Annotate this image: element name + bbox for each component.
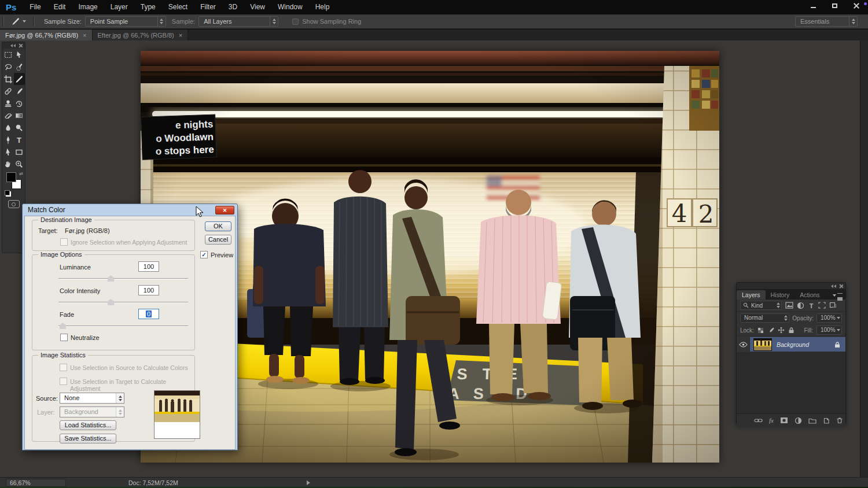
- add-layer-mask-icon[interactable]: [780, 417, 788, 424]
- slider-thumb[interactable]: [60, 323, 66, 329]
- tab-actions[interactable]: Actions: [795, 290, 825, 300]
- eyedropper-preset-button[interactable]: [8, 17, 31, 26]
- eraser-tool[interactable]: [3, 109, 14, 121]
- layer-name[interactable]: Background: [777, 341, 809, 348]
- dialog-title[interactable]: Match Color: [23, 204, 237, 216]
- menu-type[interactable]: Type: [134, 0, 162, 14]
- fade-input[interactable]: 0: [138, 309, 159, 319]
- use-selection-target-checkbox[interactable]: [60, 378, 67, 385]
- collapse-panel-icon[interactable]: [10, 44, 16, 47]
- foreground-color-swatch[interactable]: [6, 172, 16, 182]
- lock-transparency-icon[interactable]: [757, 327, 764, 334]
- close-panel-icon[interactable]: [19, 43, 23, 47]
- tab-layers[interactable]: Layers: [737, 290, 766, 300]
- menu-layer[interactable]: Layer: [104, 0, 134, 14]
- menu-file[interactable]: File: [23, 0, 47, 14]
- source-select[interactable]: None: [60, 393, 124, 404]
- eyedropper-tool[interactable]: [14, 73, 25, 85]
- lasso-tool[interactable]: [3, 61, 14, 73]
- menu-window[interactable]: Window: [271, 0, 309, 14]
- adjustment-layer-icon[interactable]: [795, 417, 802, 424]
- filter-smart-objects-icon[interactable]: [829, 302, 837, 309]
- rectangle-tool[interactable]: [14, 146, 25, 158]
- layer-row-background[interactable]: Background: [737, 337, 845, 352]
- quick-mask-button[interactable]: [8, 200, 20, 208]
- fade-slider[interactable]: [58, 323, 188, 329]
- tab-history[interactable]: History: [766, 290, 795, 300]
- menu-select[interactable]: Select: [162, 0, 194, 14]
- hand-tool[interactable]: [3, 158, 14, 170]
- filter-shape-layers-icon[interactable]: [818, 302, 826, 309]
- ignore-selection-checkbox[interactable]: [60, 238, 68, 246]
- dodge-tool[interactable]: [14, 121, 25, 134]
- lock-position-icon[interactable]: [778, 327, 785, 334]
- blend-mode-dropdown[interactable]: Normal: [740, 313, 789, 323]
- blur-tool[interactable]: [3, 121, 14, 134]
- quick-selection-tool[interactable]: [14, 61, 25, 73]
- menu-image[interactable]: Image: [72, 0, 104, 14]
- workspace-dropdown[interactable]: Essentials: [795, 16, 858, 27]
- slider-thumb[interactable]: [108, 275, 114, 282]
- lock-pixels-icon[interactable]: [767, 327, 774, 334]
- tab-for-jpg[interactable]: Før.jpg @ 66,7% (RGB/8) ×: [0, 29, 93, 40]
- save-statistics-button[interactable]: Save Statistics...: [60, 434, 116, 443]
- path-selection-tool[interactable]: [3, 146, 14, 158]
- delete-layer-icon[interactable]: [836, 417, 843, 424]
- tab-efter-jpg[interactable]: Efter.jpg @ 66,7% (RGB/8) ×: [93, 29, 189, 40]
- tab-close-icon[interactable]: ×: [83, 32, 86, 39]
- menu-help[interactable]: Help: [309, 0, 336, 14]
- dialog-close-button[interactable]: ✕: [215, 206, 234, 215]
- zoom-tool[interactable]: [14, 158, 25, 170]
- layer-styles-fx-icon[interactable]: fx: [769, 417, 774, 424]
- menu-3d[interactable]: 3D: [222, 0, 244, 14]
- group-folder-icon[interactable]: [808, 417, 816, 424]
- ok-button[interactable]: OK: [205, 221, 231, 231]
- brush-tool[interactable]: [14, 85, 25, 97]
- collapse-panel-icon[interactable]: [831, 284, 836, 288]
- link-layers-icon[interactable]: [754, 417, 763, 423]
- color-intensity-input[interactable]: 100: [138, 285, 159, 295]
- preview-checkbox[interactable]: ✓: [200, 251, 208, 258]
- slider-thumb[interactable]: [108, 299, 114, 305]
- filter-pixel-layers-icon[interactable]: [785, 302, 793, 309]
- menu-view[interactable]: View: [244, 0, 271, 14]
- close-button[interactable]: [849, 1, 863, 10]
- sample-layers-dropdown[interactable]: All Layers: [198, 16, 278, 27]
- luminance-input[interactable]: 100: [138, 261, 159, 272]
- filter-type-layers-icon[interactable]: T: [808, 302, 815, 309]
- filter-kind-dropdown[interactable]: Kind: [740, 301, 782, 310]
- neutralize-checkbox[interactable]: [60, 334, 68, 341]
- menu-filter[interactable]: Filter: [194, 0, 222, 14]
- cancel-button[interactable]: Cancel: [205, 235, 231, 245]
- horizontal-type-tool[interactable]: T: [14, 134, 25, 146]
- filter-adjustment-layers-icon[interactable]: [797, 302, 804, 309]
- panel-menu-button[interactable]: [833, 293, 845, 300]
- sample-size-dropdown[interactable]: Point Sample: [85, 16, 166, 27]
- default-colors-icon[interactable]: [5, 190, 10, 195]
- zoom-level-field[interactable]: 66,67%: [6, 479, 66, 487]
- lock-all-icon[interactable]: [788, 327, 795, 334]
- history-brush-tool[interactable]: [14, 97, 25, 109]
- crop-tool[interactable]: [3, 73, 14, 85]
- minimize-button[interactable]: [806, 1, 821, 10]
- opacity-dropdown[interactable]: 100%: [816, 313, 842, 323]
- maximize-button[interactable]: [827, 1, 842, 10]
- show-sampling-ring-checkbox[interactable]: [292, 19, 299, 25]
- fill-dropdown[interactable]: 100%: [816, 326, 842, 335]
- clone-stamp-tool[interactable]: [3, 97, 14, 109]
- load-statistics-button[interactable]: Load Statistics...: [60, 420, 116, 430]
- move-tool[interactable]: [14, 49, 25, 61]
- pen-tool[interactable]: [3, 134, 14, 146]
- rectangular-marquee-tool[interactable]: [3, 49, 14, 61]
- menu-edit[interactable]: Edit: [47, 0, 72, 14]
- new-layer-icon[interactable]: [823, 417, 830, 424]
- layer-visibility-toggle[interactable]: [737, 337, 750, 352]
- swap-colors-icon[interactable]: ⇄: [19, 171, 23, 176]
- gradient-tool[interactable]: [14, 109, 25, 121]
- close-panel-icon[interactable]: [839, 284, 843, 288]
- layer-thumbnail[interactable]: [753, 338, 772, 351]
- luminance-slider[interactable]: [58, 275, 188, 282]
- use-selection-source-checkbox[interactable]: [60, 364, 67, 371]
- color-intensity-slider[interactable]: [58, 299, 188, 305]
- status-flyout-icon[interactable]: [307, 480, 310, 485]
